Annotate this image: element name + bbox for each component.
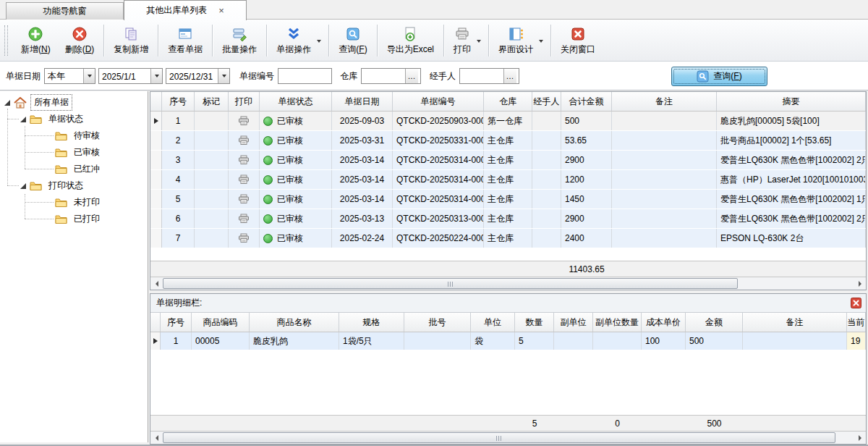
scroll-left-arrow-icon[interactable]	[150, 432, 163, 444]
column-header[interactable]: 规格	[339, 313, 404, 332]
cell-handler	[532, 170, 561, 189]
column-header[interactable]: 经手人	[532, 92, 561, 111]
column-header[interactable]: 单据日期	[332, 92, 393, 111]
scrollbar-thumb[interactable]	[163, 278, 738, 289]
scrollbar-track[interactable]	[163, 432, 854, 444]
column-header[interactable]: 仓库	[484, 92, 532, 111]
content-area: 所有单据单据状态待审核已审核已红冲打印状态未打印已打印 序号标记打印单据状态单据…	[0, 90, 868, 446]
cell-mark	[195, 229, 229, 248]
column-header[interactable]: 备注	[612, 92, 717, 111]
column-header[interactable]: 打印	[229, 92, 260, 111]
table-row[interactable]: 4已审核2025-03-14QTCKD-20250314-000主仓库1200惠…	[150, 170, 866, 190]
cell-amount: 500	[686, 332, 743, 350]
column-header[interactable]: 批号	[404, 313, 471, 332]
column-header[interactable]: 数量	[515, 313, 554, 332]
column-header[interactable]: 标记	[195, 92, 229, 111]
scrollbar-thumb[interactable]	[163, 432, 835, 443]
query-button[interactable]: 查询(F)	[671, 67, 767, 86]
toolbar-button-view-doc[interactable]: 查看单据	[161, 22, 210, 59]
tree-item[interactable]: 未打印	[0, 194, 148, 211]
toolbar-button-batch[interactable]: 批量操作	[215, 22, 264, 59]
column-header[interactable]: 序号	[162, 92, 195, 111]
chevron-down-icon[interactable]	[477, 40, 481, 43]
table-row[interactable]: 5已审核2025-03-14QTCKD-20250314-000主仓库1450爱…	[150, 190, 866, 209]
date-range-select[interactable]: 本年	[44, 68, 95, 84]
horizontal-scrollbar[interactable]	[150, 432, 866, 444]
table-row[interactable]: 6已审核2025-03-13QTCKD-20250313-000主仓库2900爱…	[150, 209, 866, 229]
toolbar-button-doc-actions[interactable]: 单据操作	[269, 22, 326, 59]
printer-icon	[229, 151, 260, 169]
scroll-right-arrow-icon[interactable]	[854, 432, 866, 444]
green-dot-icon	[263, 175, 273, 185]
toolbar-button-print[interactable]: 打印	[446, 22, 486, 59]
cell-bill_no: QTCKD-20250314-000	[393, 151, 484, 169]
column-header[interactable]: 单据编号	[393, 92, 484, 111]
green-dot-icon	[263, 195, 273, 204]
handler-label: 经手人	[430, 70, 456, 83]
tree-expander-icon[interactable]	[20, 117, 26, 122]
tree-panel: 所有单据单据状态待审核已审核已红冲打印状态未打印已打印	[0, 91, 148, 442]
tree-item[interactable]: 单据状态	[0, 111, 148, 127]
column-header[interactable]: 当前	[847, 313, 866, 332]
ellipsis-icon[interactable]: …	[503, 69, 516, 83]
toolbar-grip-handle[interactable]	[4, 25, 8, 56]
cell-amount: 500	[561, 112, 612, 130]
column-header[interactable]: 单位	[471, 313, 515, 332]
scroll-right-arrow-icon[interactable]	[854, 277, 866, 290]
column-header[interactable]: 成本单价	[642, 313, 686, 332]
ellipsis-icon[interactable]: …	[405, 69, 418, 83]
scroll-left-arrow-icon[interactable]	[150, 277, 163, 290]
toolbar-separator	[488, 25, 489, 56]
table-row[interactable]: 3已审核2025-03-14QTCKD-20250314-000主仓库2900爱…	[150, 151, 866, 170]
chevron-down-icon[interactable]	[218, 69, 229, 83]
tab-function-nav[interactable]: 功能导航窗	[6, 2, 124, 20]
table-row[interactable]: 1已审核2025-09-03QTCKD-20250903-000第一仓库500脆…	[150, 112, 866, 131]
tree-item[interactable]: 待审核	[0, 127, 148, 144]
tree-item[interactable]: 已红冲	[0, 161, 148, 177]
cell-seq: 6	[162, 209, 195, 228]
toolbar-button-add[interactable]: 新增(N)	[14, 22, 58, 59]
toolbar-button-search[interactable]: 查询(F)	[331, 22, 374, 59]
tab-other-outbound-list[interactable]: 其他出库单列表 ×	[124, 0, 247, 20]
column-header[interactable]: 合计金额	[561, 92, 612, 111]
date-to-select[interactable]: 2025/12/31	[166, 68, 230, 84]
toolbar-button-design[interactable]: 界面设计	[491, 22, 548, 59]
column-header[interactable]: 商品编码	[192, 313, 250, 332]
column-header[interactable]: 副单位	[554, 313, 593, 332]
table-row[interactable]: 2已审核2025-03-31QTCKD-20250331-000主仓库53.65…	[150, 131, 866, 151]
toolbar-button-copy[interactable]: 复制新增	[106, 22, 156, 59]
horizontal-scrollbar[interactable]	[150, 277, 866, 290]
date-from-select[interactable]: 2025/1/1	[98, 68, 163, 84]
tree-item[interactable]: 所有单据	[0, 94, 148, 111]
chevron-down-icon[interactable]	[83, 69, 95, 83]
column-header[interactable]: 商品名称	[250, 313, 339, 332]
cell-handler	[532, 229, 561, 248]
close-icon[interactable]	[851, 298, 861, 308]
tree-item[interactable]: 已打印	[0, 211, 148, 227]
toolbar-button-excel[interactable]: 导出为Excel	[380, 22, 441, 59]
cell-remark	[612, 229, 717, 248]
status-badge: 已审核	[260, 209, 332, 228]
column-header[interactable]: 备注	[743, 313, 847, 332]
bill-no-input[interactable]	[278, 68, 332, 84]
table-row[interactable]: 7已审核2025-02-24QTCKD-20250224-000主仓库2400E…	[150, 229, 866, 248]
close-icon[interactable]: ×	[218, 6, 224, 15]
chevron-down-icon[interactable]	[317, 40, 321, 43]
toolbar-button-close-window[interactable]: 关闭窗口	[553, 22, 603, 59]
tree-expander-icon[interactable]	[4, 100, 10, 106]
handler-input[interactable]	[460, 69, 503, 83]
column-header[interactable]: 摘要	[717, 92, 866, 111]
chevron-down-icon[interactable]	[150, 69, 162, 83]
column-header[interactable]: 序号	[161, 313, 192, 332]
column-header[interactable]: 金额	[686, 313, 743, 332]
tree-item[interactable]: 已审核	[0, 144, 148, 161]
tree-expander-icon[interactable]	[20, 183, 26, 189]
column-header[interactable]: 单据状态	[260, 92, 332, 111]
warehouse-input[interactable]	[362, 69, 405, 83]
chevron-down-icon[interactable]	[539, 40, 543, 43]
detail-table-row[interactable]: 100005脆皮乳鸽1袋/5只袋510050019	[150, 332, 866, 350]
tree-item[interactable]: 打印状态	[0, 177, 148, 194]
toolbar-button-delete[interactable]: 删除(D)	[58, 22, 102, 59]
scrollbar-track[interactable]	[163, 277, 854, 290]
column-header[interactable]: 副单位数量	[593, 313, 642, 332]
